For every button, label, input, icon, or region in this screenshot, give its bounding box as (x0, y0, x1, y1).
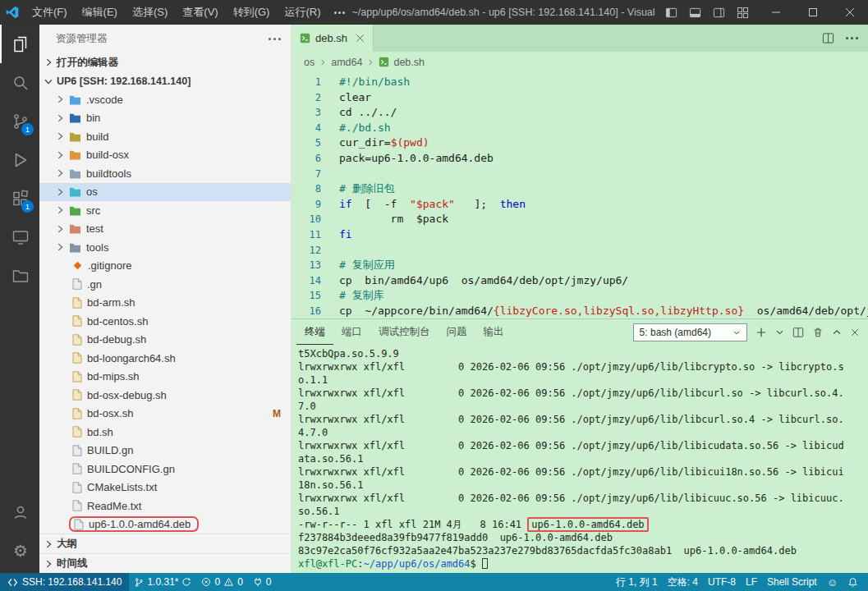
git-branch-item[interactable]: 1.0.31* (129, 573, 196, 591)
code-line: 14cp bin/amd64/up6 os/amd64/deb/opt/jmzy… (292, 273, 868, 289)
chevron-right-icon (54, 131, 66, 142)
sidebar-actions-icon[interactable] (269, 38, 281, 40)
tree-folder-test[interactable]: test (39, 220, 291, 239)
open-editors-section[interactable]: 打开的编辑器 (39, 53, 291, 72)
tree-file-bd-loongarch64.sh[interactable]: bd-loongarch64.sh (39, 349, 291, 368)
remote-indicator[interactable]: SSH: 192.168.141.140 (0, 573, 129, 591)
error-icon (201, 577, 211, 587)
tree-item-label: .gn (87, 278, 102, 291)
tab-close-icon[interactable] (356, 34, 365, 43)
panel-tab-bar: 终端端口调试控制台问题输出 5: bash (amd64) (292, 319, 868, 345)
panel-tab-终端[interactable]: 终端 (296, 319, 333, 345)
menu-item-4[interactable]: 转到(G) (226, 0, 278, 25)
kill-terminal-icon[interactable] (812, 327, 824, 338)
language-mode[interactable]: Shell Script (762, 576, 822, 588)
terminal-profile-select[interactable]: 5: bash (amd64) (633, 323, 747, 341)
tree-file-up6-1.0.0-amd64.deb[interactable]: up6-1.0.0-amd64.deb (39, 515, 291, 534)
maximize-panel-icon[interactable] (832, 328, 842, 337)
split-terminal-icon[interactable] (792, 327, 804, 338)
tree-file-.gitignore[interactable]: .gitignore (39, 257, 291, 276)
tree-file-bd-debug.sh[interactable]: bd-debug.sh (39, 331, 291, 350)
tree-folder-.vscode[interactable]: .vscode (39, 90, 291, 109)
chevron-right-icon (43, 558, 54, 570)
close-button[interactable] (831, 0, 868, 25)
terminal-dropdown-icon[interactable] (775, 328, 784, 337)
toggle-secondary-sidebar-icon[interactable] (713, 7, 725, 19)
tree-file-BUILD.gn[interactable]: BUILD.gn (39, 442, 291, 460)
minimize-button[interactable] (757, 0, 794, 25)
tree-file-bd-osx.sh[interactable]: bd-osx.shM (39, 405, 291, 424)
tree-folder-bin[interactable]: bin (39, 109, 291, 128)
encoding[interactable]: UTF-8 (703, 576, 741, 588)
extensions-icon[interactable]: 1 (0, 179, 39, 218)
source-control-icon[interactable]: 1 (0, 102, 39, 140)
tree-file-ReadMe.txt[interactable]: ReadMe.txt (39, 497, 291, 515)
tree-file-bd-osx-debug.sh[interactable]: bd-osx-debug.sh (39, 386, 291, 405)
tree-file-bd-arm.sh[interactable]: bd-arm.sh (39, 294, 291, 313)
menu-overflow-icon[interactable] (328, 11, 351, 14)
editor-actions-icon[interactable] (846, 37, 858, 39)
tree-file-BUILDCONFIG.gn[interactable]: BUILDCONFIG.gn (39, 460, 291, 479)
menu-item-1[interactable]: 编辑(E) (75, 0, 125, 25)
menu-item-3[interactable]: 查看(V) (175, 0, 225, 25)
file-manager-icon[interactable] (0, 256, 39, 295)
workspace-root[interactable]: UP6 [SSH: 192.168.141.140] (39, 72, 291, 90)
tree-folder-build[interactable]: build (39, 127, 291, 146)
tree-folder-build-osx[interactable]: build-osx (39, 146, 291, 165)
maximize-button[interactable] (794, 0, 831, 25)
run-debug-icon[interactable] (0, 140, 39, 179)
toggle-panel-icon[interactable] (689, 7, 701, 19)
tree-file-bd.sh[interactable]: bd.sh (39, 423, 291, 442)
breadcrumb-item-amd64[interactable]: amd64 (331, 57, 362, 68)
outline-section[interactable]: 大纲 (39, 534, 291, 553)
line-number: 13 (292, 258, 321, 273)
breadcrumb-item-deb.sh[interactable]: deb.sh (393, 57, 425, 68)
breadcrumb-item-os[interactable]: os (304, 57, 315, 68)
panel-tab-问题[interactable]: 问题 (439, 319, 475, 345)
menu-item-5[interactable]: 运行(R) (277, 0, 328, 25)
indentation[interactable]: 空格: 4 (663, 575, 703, 589)
tree-folder-buildtools[interactable]: buildtools (39, 164, 291, 183)
ports-item[interactable]: 0 (248, 573, 277, 591)
tree-folder-os[interactable]: os (39, 183, 291, 202)
explorer-icon[interactable] (0, 25, 39, 63)
tree-file-bd-mips.sh[interactable]: bd-mips.sh (39, 368, 291, 387)
code-area[interactable]: 1#!/bin/bash2clear3cd ../../4#./bd.sh5cu… (292, 72, 868, 318)
close-panel-icon[interactable] (850, 328, 860, 337)
tree-file-CMakeLists.txt[interactable]: CMakeLists.txt (39, 479, 291, 497)
timeline-section[interactable]: 时间线 (39, 553, 291, 573)
tree-item-label: build-osx (86, 149, 129, 161)
code-line: 5cur_dir=$(pwd) (292, 135, 868, 151)
toggle-sidebar-icon[interactable] (665, 7, 677, 19)
customize-layout-icon[interactable] (737, 7, 749, 19)
accounts-icon[interactable] (0, 492, 39, 531)
new-terminal-icon[interactable] (755, 327, 767, 338)
menu-item-2[interactable]: 选择(S) (125, 0, 175, 25)
terminal-line: -rw-r--r-- 1 xfl xfl 21M 4月 8 16:41 up6-… (298, 518, 861, 531)
tree-file-bd-centos.sh[interactable]: bd-centos.sh (39, 312, 291, 331)
settings-gear-icon[interactable]: ⚙ (0, 531, 39, 570)
search-icon[interactable] (0, 63, 39, 102)
problems-item[interactable]: 0 0 (196, 573, 247, 591)
menu-item-0[interactable]: 文件(F) (25, 0, 75, 25)
feedback-icon[interactable]: ☺ (822, 577, 843, 588)
tree-folder-tools[interactable]: tools (39, 238, 291, 257)
warning-icon (223, 577, 234, 587)
tree-folder-src[interactable]: src (39, 201, 291, 220)
sync-icon (181, 577, 191, 587)
chevron-right-icon (366, 58, 374, 66)
panel-tab-端口[interactable]: 端口 (333, 319, 370, 345)
panel-tab-输出[interactable]: 输出 (475, 319, 512, 345)
chevron-right-icon (43, 57, 54, 68)
panel-tab-调试控制台[interactable]: 调试控制台 (370, 319, 439, 345)
tree-file-.gn[interactable]: .gn (39, 275, 291, 294)
notifications-bell-icon[interactable] (843, 577, 863, 588)
cursor-position[interactable]: 行 1, 列 1 (611, 575, 663, 589)
line-number: 16 (292, 304, 321, 318)
terminal-output[interactable]: t5XcbQpa.so.5.9.9lrwxrwxrwx xfl/xfl 0 20… (292, 345, 868, 573)
eol[interactable]: LF (741, 576, 762, 588)
tab-deb-sh[interactable]: deb.sh (292, 25, 374, 52)
split-editor-icon[interactable] (822, 32, 834, 44)
remote-explorer-icon[interactable] (0, 218, 39, 256)
chevron-right-icon (54, 94, 66, 105)
